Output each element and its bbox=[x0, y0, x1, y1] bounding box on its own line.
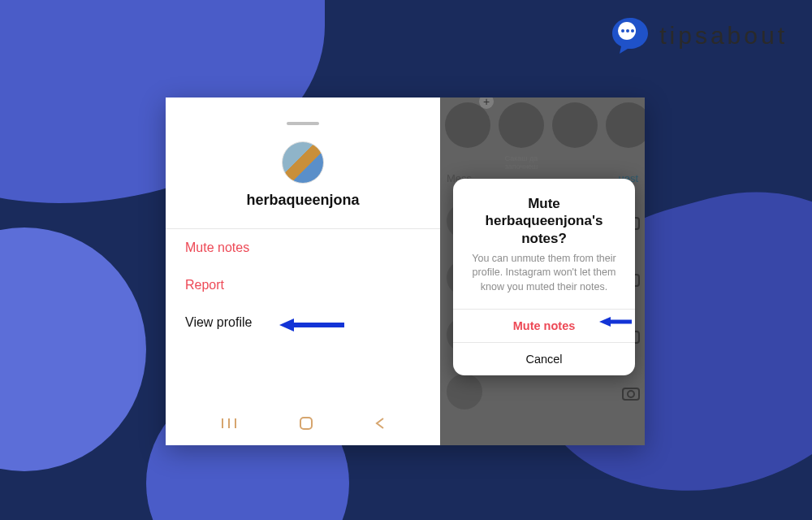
svg-point-3 bbox=[631, 29, 634, 32]
svg-point-1 bbox=[621, 29, 624, 32]
android-nav-bar bbox=[166, 410, 440, 445]
sheet-drag-handle[interactable] bbox=[287, 122, 319, 125]
annotation-arrow-icon bbox=[599, 315, 632, 331]
mute-notes-button[interactable]: Mute notes bbox=[453, 309, 635, 342]
dialog-body: You can unmute them from their profile. … bbox=[453, 252, 635, 310]
svg-rect-9 bbox=[300, 418, 312, 429]
home-icon[interactable] bbox=[299, 416, 313, 434]
back-icon[interactable] bbox=[374, 417, 386, 433]
brand-name: tipsabout bbox=[659, 22, 788, 50]
mute-notes-item[interactable]: Mute notes bbox=[166, 229, 440, 266]
brand-logo: tipsabout bbox=[609, 15, 788, 57]
svg-marker-19 bbox=[599, 317, 611, 327]
svg-point-2 bbox=[626, 29, 629, 32]
profile-action-sheet: herbaqueenjona Mute notes Report View pr… bbox=[166, 98, 440, 445]
cancel-button[interactable]: Cancel bbox=[453, 342, 635, 375]
mute-notes-label: Mute notes bbox=[513, 319, 576, 332]
sheet-username: herbaqueenjona bbox=[166, 192, 440, 209]
mute-confirm-dialog: Mute herbaqueenjona's notes? You can unm… bbox=[453, 179, 635, 375]
dialog-title: Mute herbaqueenjona's notes? bbox=[453, 179, 635, 252]
svg-marker-5 bbox=[279, 318, 294, 332]
tutorial-screenshot-card: herbaqueenjona Mute notes Report View pr… bbox=[166, 98, 645, 445]
avatar[interactable] bbox=[282, 141, 324, 184]
dm-screen-with-dialog: Сакаш да започнеш Mess uest Mute herbaqu… bbox=[440, 98, 645, 445]
report-item[interactable]: Report bbox=[166, 266, 440, 304]
annotation-arrow-icon bbox=[279, 317, 344, 336]
recents-icon[interactable] bbox=[220, 417, 238, 433]
chat-bubble-icon bbox=[609, 15, 651, 57]
